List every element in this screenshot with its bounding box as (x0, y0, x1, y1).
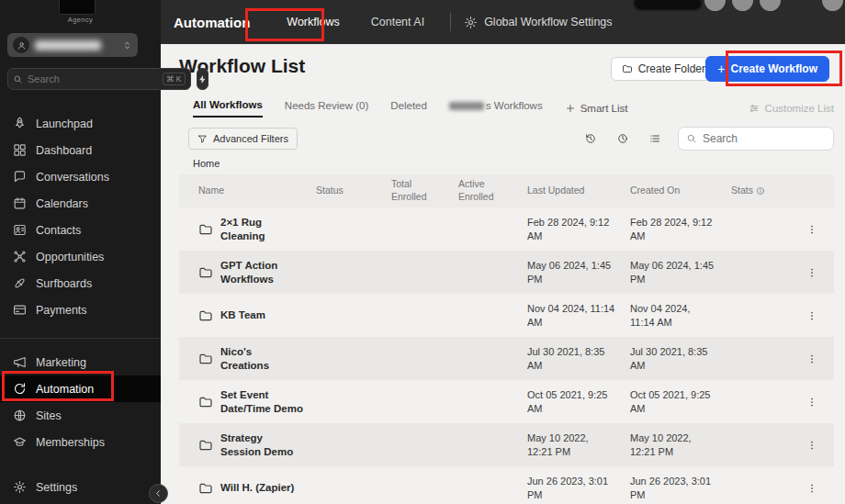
sidebar-item-launchpad[interactable]: Launchpad (0, 110, 161, 137)
column-header-name[interactable]: Name (198, 185, 316, 197)
sidebar-item-surfboards[interactable]: Surfboards (0, 270, 161, 297)
column-header-active-enrolled[interactable]: Active Enrolled (458, 178, 527, 203)
topbar-avatar[interactable] (760, 0, 781, 11)
folder-icon (198, 352, 213, 366)
tab-deleted[interactable]: Deleted (390, 100, 427, 117)
row-menu-button[interactable] (803, 219, 821, 240)
row-menu-button[interactable] (803, 306, 821, 326)
chevron-left-icon (153, 488, 163, 498)
topbar-avatar[interactable] (732, 0, 753, 11)
funnel-icon (197, 134, 208, 144)
column-header-status[interactable]: Status (316, 185, 391, 197)
sidebar-item-conversations[interactable]: Conversations (0, 163, 161, 190)
sidebar-item-marketing[interactable]: Marketing (0, 349, 161, 375)
topbar-divider (450, 13, 451, 31)
tab-content-ai[interactable]: Content AI (371, 16, 424, 28)
sidebar-item-calendars[interactable]: Calendars (0, 190, 161, 217)
workflow-list-tabs: All Workflows Needs Review (0) Deleted s… (193, 99, 834, 118)
table-row[interactable]: Strategy Session Demo May 10 2022, 12:21… (179, 423, 834, 466)
column-header-created-on[interactable]: Created On (630, 185, 731, 197)
topbar-help-button[interactable] (822, 0, 843, 11)
folder-icon (198, 438, 213, 453)
sidebar-search-input[interactable] (28, 73, 158, 84)
row-last-updated: Nov 04 2024, 11:14 AM (527, 302, 630, 329)
sidebar-item-sites[interactable]: Sites (0, 402, 161, 429)
table-search-input[interactable] (703, 132, 826, 145)
sidebar-item-settings[interactable]: Settings (0, 474, 161, 500)
sidebar-item-contacts[interactable]: Contacts (0, 217, 161, 243)
row-menu-button[interactable] (803, 263, 821, 283)
topbar-avatar[interactable] (704, 0, 726, 11)
sidebar-search[interactable]: ⌘ K (7, 68, 191, 90)
account-switcher-chevrons-icon (122, 40, 132, 50)
table-search[interactable] (678, 127, 834, 151)
create-folder-button[interactable]: Create Folder (611, 57, 716, 81)
sidebar-divider (0, 338, 161, 339)
kebab-icon (806, 440, 817, 451)
tab-needs-review[interactable]: Needs Review (0) (285, 100, 368, 117)
row-last-updated: Jun 26 2023, 3:01 PM (527, 475, 630, 501)
filter-bar: Advanced Filters (188, 127, 834, 151)
lightning-icon (197, 74, 208, 84)
row-menu-button[interactable] (803, 392, 821, 412)
tab-account-workflows[interactable]: s Workflows (449, 100, 543, 117)
table-row[interactable]: Nico's Creations Jul 30 2021, 8:35 AM Ju… (179, 337, 834, 380)
row-menu-button[interactable] (803, 478, 821, 498)
sidebar-item-memberships[interactable]: Memberships (0, 429, 161, 455)
main-content: Workflow List Create Folder + Create Wor… (161, 44, 845, 504)
sidebar-item-label: Automation (36, 383, 94, 396)
sidebar-item-label: Payments (36, 304, 87, 317)
sidebar-item-label: Opportunities (36, 251, 104, 263)
gear-icon (13, 480, 27, 494)
create-workflow-button[interactable]: + Create Workflow (705, 56, 829, 82)
quick-actions-button[interactable] (197, 68, 208, 90)
history-button[interactable] (581, 129, 600, 148)
automation-icon (13, 382, 27, 396)
plus-icon: + (717, 62, 725, 76)
smart-list-button[interactable]: Smart List (565, 103, 628, 114)
row-menu-button[interactable] (803, 435, 821, 455)
sidebar-item-dashboard[interactable]: Dashboard (0, 137, 161, 163)
table-body: 2×1 Rug Cleaning Feb 28 2024, 9:12 AM Fe… (179, 207, 834, 504)
sidebar-item-label: Sites (36, 409, 62, 422)
sidebar-item-label: Calendars (36, 197, 88, 210)
tab-workflows[interactable]: Workflows (287, 16, 339, 28)
sidebar-item-opportunities[interactable]: Opportunities (0, 243, 161, 270)
table-row[interactable]: Set Event Date/Time Demo Oct 05 2021, 9:… (179, 380, 834, 423)
advanced-filters-button[interactable]: Advanced Filters (188, 128, 298, 150)
clock-button[interactable] (614, 129, 632, 148)
plus-icon (565, 103, 576, 114)
customize-list-label: Customize List (765, 103, 834, 114)
column-header-stats[interactable]: Stats (731, 185, 792, 197)
sidebar-item-label: Settings (36, 481, 77, 494)
row-created-on: Feb 28 2024, 9:12 AM (630, 216, 731, 242)
globe-icon (13, 409, 27, 422)
row-created-on: Nov 04 2024, 11:14 AM (630, 302, 731, 329)
table-row[interactable]: KB Team Nov 04 2024, 11:14 AM Nov 04 202… (179, 294, 834, 337)
sidebar-item-payments[interactable]: Payments (0, 297, 161, 323)
sidebar-item-label: Marketing (36, 356, 86, 369)
row-name: KB Team (220, 308, 265, 321)
tab-all-workflows[interactable]: All Workflows (193, 99, 263, 118)
topbar-title: Automation (174, 15, 250, 30)
credit-card-icon (13, 303, 27, 317)
workflow-table: Name Status Total Enrolled Active Enroll… (179, 174, 834, 504)
row-last-updated: Oct 05 2021, 9:25 AM (527, 388, 630, 415)
table-row[interactable]: GPT Action Workflows May 06 2024, 1:45 P… (179, 251, 834, 294)
global-workflow-settings-button[interactable]: Global Workflow Settings (464, 16, 612, 29)
sidebar-item-label: Memberships (36, 436, 105, 449)
row-menu-button[interactable] (803, 349, 821, 369)
customize-list-button[interactable]: Customize List (749, 103, 834, 114)
account-switcher[interactable] (7, 33, 138, 57)
sidebar-collapse-button[interactable] (149, 484, 168, 503)
column-header-last-updated[interactable]: Last Updated (527, 185, 630, 197)
row-last-updated: May 10 2022, 12:21 PM (527, 431, 630, 458)
list-view-button[interactable] (646, 129, 664, 148)
table-row[interactable]: 2×1 Rug Cleaning Feb 28 2024, 9:12 AM Fe… (179, 207, 834, 251)
table-row[interactable]: Will H. (Zapier) Jun 26 2023, 3:01 PM Ju… (179, 466, 834, 504)
breadcrumb[interactable]: Home (193, 158, 220, 169)
rocket-icon (13, 117, 27, 130)
column-header-total-enrolled[interactable]: Total Enrolled (391, 178, 458, 203)
sidebar-item-automation[interactable]: Automation (0, 375, 161, 402)
topbar: Automation Workflows Content AI Global W… (161, 0, 845, 44)
